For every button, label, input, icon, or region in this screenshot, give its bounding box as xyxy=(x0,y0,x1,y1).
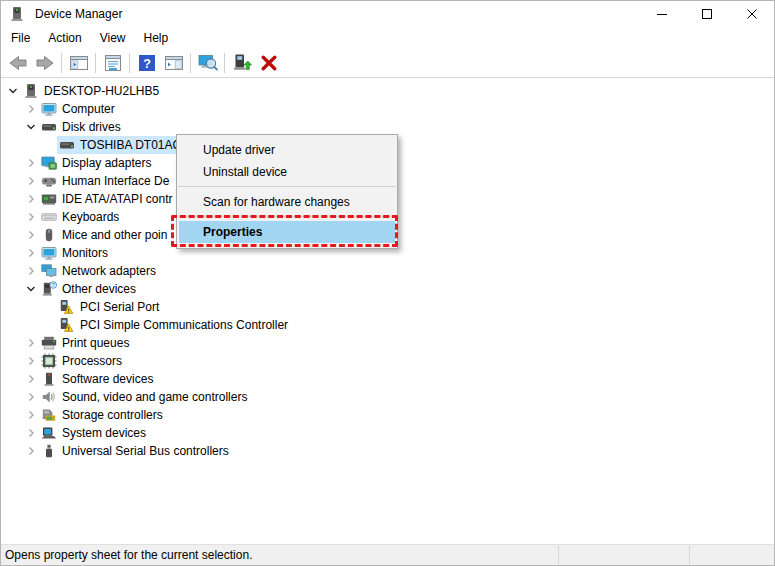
tree-node-label: Display adapters xyxy=(62,156,151,170)
tree-node-label: Human Interface De xyxy=(62,174,169,188)
svg-text:!: ! xyxy=(68,325,70,332)
chevron-collapsed-icon[interactable] xyxy=(23,371,39,387)
chevron-collapsed-icon[interactable] xyxy=(23,101,39,117)
tree-node[interactable]: Disk drives xyxy=(39,118,123,136)
tree-node-label: Computer xyxy=(62,102,115,116)
disk-icon xyxy=(59,137,75,153)
minimize-button[interactable] xyxy=(639,1,684,27)
menubar-item-view[interactable]: View xyxy=(91,28,135,48)
tree-node[interactable]: !PCI Serial Port xyxy=(57,298,161,316)
tree-node-label: Disk drives xyxy=(62,120,121,134)
toolbar-separator xyxy=(61,53,62,73)
tree-node[interactable]: Sound, video and game controllers xyxy=(39,388,249,406)
status-bar-divider xyxy=(558,546,559,565)
tree-row[interactable]: Sound, video and game controllers xyxy=(1,388,774,406)
tree-node[interactable]: Print queues xyxy=(39,334,131,352)
computer-icon xyxy=(23,83,39,99)
chevron-collapsed-icon[interactable] xyxy=(23,227,39,243)
tree-row[interactable]: Network adapters xyxy=(1,262,774,280)
tree-node-label: Monitors xyxy=(62,246,108,260)
chevron-collapsed-icon[interactable] xyxy=(23,389,39,405)
chevron-placeholder xyxy=(41,317,57,333)
back-button[interactable] xyxy=(4,51,31,75)
tree-row[interactable]: ?Other devices xyxy=(1,280,774,298)
uninstall-device-icon xyxy=(259,53,279,73)
menubar-item-action[interactable]: Action xyxy=(39,28,90,48)
chevron-collapsed-icon[interactable] xyxy=(23,425,39,441)
tree-node[interactable]: Display adapters xyxy=(39,154,153,172)
toolbar: ? xyxy=(1,49,774,78)
tree-row[interactable]: Storage controllers xyxy=(1,406,774,424)
menubar-item-file[interactable]: File xyxy=(2,28,39,48)
tree-row[interactable]: Computer xyxy=(1,100,774,118)
tree-node[interactable]: Universal Serial Bus controllers xyxy=(39,442,231,460)
context-menu-item-uninstall-device[interactable]: Uninstall device xyxy=(177,161,397,183)
tree-node[interactable]: IDE ATA/ATAPI contr xyxy=(39,190,174,208)
close-icon xyxy=(747,9,757,19)
tree-row[interactable]: System devices xyxy=(1,424,774,442)
update-driver-button[interactable] xyxy=(228,51,255,75)
context-menu-item-update-driver[interactable]: Update driver xyxy=(177,139,397,161)
menubar-item-help[interactable]: Help xyxy=(135,28,178,48)
tree-node[interactable]: Monitors xyxy=(39,244,110,262)
tree-row[interactable]: Print queues xyxy=(1,334,774,352)
tree-node[interactable]: Processors xyxy=(39,352,124,370)
chevron-collapsed-icon[interactable] xyxy=(23,245,39,261)
tree-node-label: TOSHIBA DT01AC xyxy=(80,138,181,152)
tree-node[interactable]: Keyboards xyxy=(39,208,121,226)
chevron-collapsed-icon[interactable] xyxy=(23,155,39,171)
tree-row[interactable]: Processors xyxy=(1,352,774,370)
chevron-expanded-icon[interactable] xyxy=(23,281,39,297)
svg-text:?: ? xyxy=(52,282,55,288)
tree-node[interactable]: Mice and other poin xyxy=(39,226,169,244)
chevron-collapsed-icon[interactable] xyxy=(23,191,39,207)
console-tree-button[interactable] xyxy=(65,51,92,75)
forward-button[interactable] xyxy=(31,51,58,75)
usb-icon xyxy=(41,443,57,459)
chevron-collapsed-icon[interactable] xyxy=(23,173,39,189)
context-menu-item-properties[interactable]: Properties xyxy=(179,221,395,243)
close-button[interactable] xyxy=(729,1,774,27)
tree-node[interactable]: Human Interface De xyxy=(39,172,171,190)
action-pane-button[interactable] xyxy=(160,51,187,75)
help-button[interactable]: ? xyxy=(133,51,160,75)
title-bar[interactable]: Device Manager xyxy=(1,1,774,27)
maximize-icon xyxy=(702,9,712,19)
maximize-button[interactable] xyxy=(684,1,729,27)
uninstall-device-button[interactable] xyxy=(255,51,282,75)
chevron-expanded-icon[interactable] xyxy=(5,83,21,99)
keyboard-icon xyxy=(41,209,57,225)
toolbar-separator xyxy=(190,53,191,73)
update-driver-icon xyxy=(232,53,252,73)
minimize-icon xyxy=(657,9,667,19)
processor-icon xyxy=(41,353,57,369)
tree-node[interactable]: Network adapters xyxy=(39,262,158,280)
scan-hardware-changes-button[interactable] xyxy=(194,51,221,75)
properties-button[interactable] xyxy=(99,51,126,75)
tree-node[interactable]: !PCI Simple Communications Controller xyxy=(57,316,290,334)
tree-node[interactable]: DESKTOP-HU2LHB5 xyxy=(21,82,161,100)
tree-row[interactable]: !PCI Simple Communications Controller xyxy=(1,316,774,334)
tree-row[interactable]: Universal Serial Bus controllers xyxy=(1,442,774,460)
chevron-collapsed-icon[interactable] xyxy=(23,443,39,459)
toolbar-separator xyxy=(129,53,130,73)
chevron-collapsed-icon[interactable] xyxy=(23,263,39,279)
tree-row[interactable]: DESKTOP-HU2LHB5 xyxy=(1,82,774,100)
chevron-collapsed-icon[interactable] xyxy=(23,407,39,423)
chevron-expanded-icon[interactable] xyxy=(23,119,39,135)
tree-row[interactable]: !PCI Serial Port xyxy=(1,298,774,316)
help-icon: ? xyxy=(137,53,157,73)
tree-row[interactable]: Software devices xyxy=(1,370,774,388)
chevron-collapsed-icon[interactable] xyxy=(23,209,39,225)
tree-node[interactable]: System devices xyxy=(39,424,148,442)
chevron-collapsed-icon[interactable] xyxy=(23,335,39,351)
chevron-collapsed-icon[interactable] xyxy=(23,353,39,369)
status-text: Opens property sheet for the current sel… xyxy=(5,548,252,562)
tree-node[interactable]: Storage controllers xyxy=(39,406,165,424)
chevron-placeholder xyxy=(41,299,57,315)
tree-node[interactable]: Computer xyxy=(39,100,117,118)
tree-node-label: Universal Serial Bus controllers xyxy=(62,444,229,458)
tree-node[interactable]: ?Other devices xyxy=(39,280,138,298)
tree-node[interactable]: Software devices xyxy=(39,370,155,388)
context-menu-item-scan-for-hardware-changes[interactable]: Scan for hardware changes xyxy=(177,191,397,213)
